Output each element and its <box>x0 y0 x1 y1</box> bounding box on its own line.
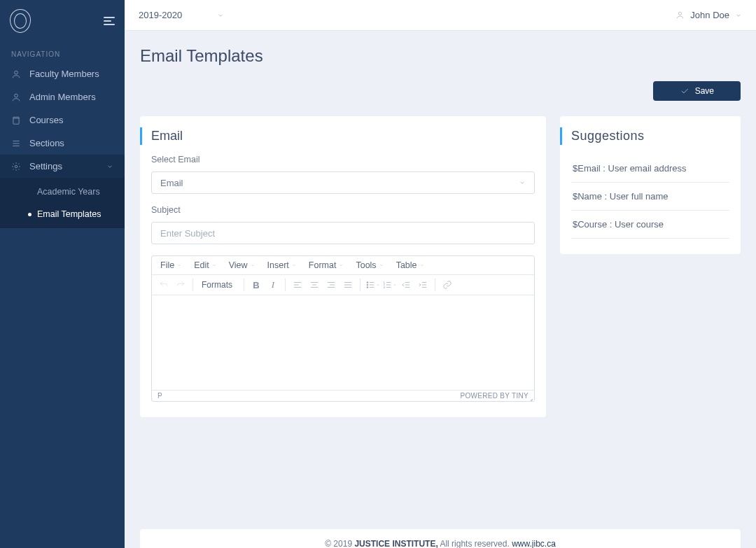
editor-menu-label: File <box>160 260 174 270</box>
editor-toolbar: Formats B I <box>152 275 534 295</box>
email-card: Email Select Email Email Subject File <box>140 116 546 417</box>
caret-down-icon <box>212 263 216 267</box>
editor-statusbar: P POWERED BY TINY <box>152 390 534 401</box>
sidebar-item-faculty[interactable]: Faculty Members <box>0 62 125 85</box>
editor-menu-edit[interactable]: Edit <box>194 260 216 270</box>
app-root: NAVIGATION Faculty Members Admin Members… <box>0 0 756 548</box>
align-justify-button[interactable] <box>340 277 356 293</box>
subject-field-wrapper <box>151 222 535 244</box>
toolbar-separator <box>285 279 286 291</box>
editor-menu-label: Format <box>309 260 337 270</box>
gear-icon <box>11 162 21 171</box>
editor-menu-view[interactable]: View <box>229 260 255 270</box>
bullet-list-icon <box>365 280 375 290</box>
toolbar-separator <box>244 279 244 291</box>
bullet-list-button[interactable] <box>365 277 380 293</box>
sidebar-subitem-email-templates[interactable]: Email Templates <box>0 203 125 225</box>
suggestions-list: $Email : User email address $Name : User… <box>571 155 729 239</box>
link-icon <box>442 280 452 290</box>
number-list-button[interactable]: 123 <box>382 277 397 293</box>
user-menu[interactable]: John Doe <box>676 10 742 20</box>
caret-down-icon <box>393 283 397 287</box>
align-center-button[interactable] <box>307 277 322 293</box>
caret-down-icon <box>339 263 343 267</box>
svg-point-4 <box>679 12 682 15</box>
indent-button[interactable] <box>415 277 430 293</box>
editor-menu-insert[interactable]: Insert <box>267 260 296 270</box>
sidebar-item-courses[interactable]: Courses <box>0 108 125 132</box>
outdent-button[interactable] <box>398 277 414 293</box>
user-icon <box>11 69 21 79</box>
caret-down-icon <box>379 263 384 267</box>
user-icon <box>676 10 685 20</box>
editor-menu-label: Insert <box>267 260 289 270</box>
sidebar: NAVIGATION Faculty Members Admin Members… <box>0 0 125 548</box>
outdent-icon <box>401 280 411 290</box>
formats-dropdown[interactable]: Formats <box>197 280 239 290</box>
formats-label: Formats <box>202 280 232 290</box>
sidebar-item-admin[interactable]: Admin Members <box>0 85 125 108</box>
sidebar-item-settings[interactable]: Settings <box>0 155 125 178</box>
footer-institute: JUSTICE INSTITUTE, <box>354 539 438 548</box>
suggestion-item: $Course : User course <box>571 211 729 239</box>
suggestion-item: $Name : User full name <box>571 183 729 211</box>
editor-resize-handle[interactable] <box>526 393 533 400</box>
suggestions-heading: Suggestions <box>560 127 729 145</box>
user-name: John Doe <box>690 10 729 20</box>
link-button[interactable] <box>440 277 455 293</box>
main: 2019-2020 John Doe Email Templates Save <box>125 0 756 548</box>
align-right-button[interactable] <box>323 277 339 293</box>
italic-button[interactable]: I <box>265 277 281 293</box>
sidebar-item-label: Admin Members <box>29 92 96 102</box>
sidebar-subitem-academic-years[interactable]: Academic Years <box>0 181 125 203</box>
footer-link[interactable]: www.jibc.ca <box>512 539 556 548</box>
page-title: Email Templates <box>140 46 741 66</box>
toolbar-separator <box>360 279 360 291</box>
undo-button[interactable] <box>156 277 172 293</box>
sidebar-item-label: Courses <box>29 115 63 125</box>
caret-down-icon <box>251 263 255 267</box>
svg-point-5 <box>367 282 368 283</box>
footer: © 2019 JUSTICE INSTITUTE, All rights res… <box>140 529 741 548</box>
nav-heading: NAVIGATION <box>0 42 125 62</box>
year-select-value: 2019-2020 <box>139 10 182 20</box>
redo-icon <box>176 280 186 290</box>
sidebar-item-sections[interactable]: Sections <box>0 132 125 155</box>
subject-label: Subject <box>151 205 535 215</box>
suggestion-item: $Email : User email address <box>571 155 729 183</box>
sidebar-subitem-label: Email Templates <box>37 209 101 219</box>
menu-toggle-icon[interactable] <box>104 17 115 25</box>
svg-text:3: 3 <box>383 286 384 289</box>
subject-input[interactable] <box>160 228 526 239</box>
editor-menu-tools[interactable]: Tools <box>356 260 383 270</box>
book-icon <box>11 115 21 125</box>
bold-button[interactable]: B <box>248 277 264 293</box>
editor-menu-table[interactable]: Table <box>396 260 424 270</box>
editor-menu-format[interactable]: Format <box>309 260 344 270</box>
suggestions-card: Suggestions $Email : User email address … <box>560 116 741 254</box>
sidebar-item-label: Faculty Members <box>29 69 99 79</box>
sidebar-subitem-label: Academic Years <box>37 187 100 197</box>
align-left-icon <box>293 280 302 290</box>
redo-button[interactable] <box>173 277 188 293</box>
align-right-icon <box>326 280 336 290</box>
caret-down-icon <box>420 263 424 267</box>
align-left-button[interactable] <box>290 277 305 293</box>
toolbar-separator <box>435 279 435 291</box>
save-button[interactable]: Save <box>653 81 741 101</box>
editor-body[interactable] <box>152 295 534 390</box>
number-list-icon: 123 <box>382 280 392 290</box>
select-email-value: Email <box>160 178 183 188</box>
active-dot <box>28 213 31 216</box>
sidebar-top <box>0 0 125 42</box>
chevron-down-icon <box>217 12 224 19</box>
select-email-dropdown[interactable]: Email <box>151 171 535 194</box>
year-select[interactable]: 2019-2020 <box>139 10 224 20</box>
editor-menu-file[interactable]: File <box>160 260 181 270</box>
align-center-icon <box>309 280 319 290</box>
editor-menu-label: Edit <box>194 260 209 270</box>
save-row: Save <box>140 81 741 101</box>
settings-submenu: Academic Years Email Templates <box>0 178 125 228</box>
page: Email Templates Save Email Select Email … <box>125 31 756 548</box>
active-dot <box>28 190 31 194</box>
